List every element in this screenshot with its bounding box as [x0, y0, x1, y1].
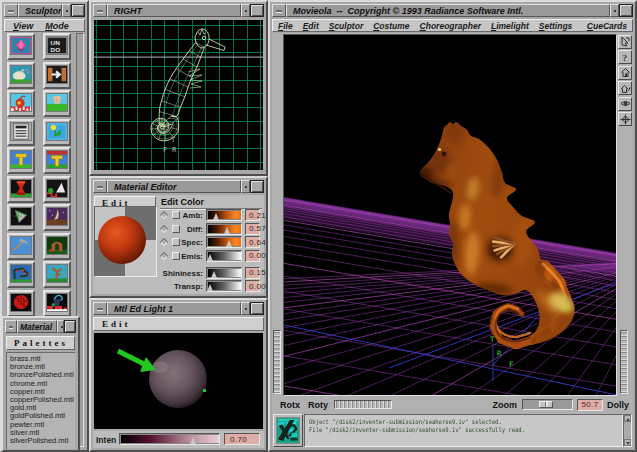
menu-settings[interactable]: Settings — [534, 21, 578, 31]
tool-sun-compass-icon[interactable] — [43, 119, 71, 146]
inten-value[interactable]: 0.70 — [224, 433, 260, 445]
tool-dig-hand-icon[interactable] — [43, 204, 71, 231]
rightview-titlebar[interactable]: RIGHT — [93, 4, 264, 17]
tool-gem-tool-icon[interactable] — [7, 33, 35, 60]
menu-limelight[interactable]: Limelight — [486, 21, 534, 31]
movieola-render-area[interactable]: T R F — [283, 34, 617, 396]
menu-sculptor[interactable]: Sculptor — [324, 21, 368, 31]
sculptor-maximize-icon[interactable] — [71, 4, 85, 17]
lighted-maximize-icon[interactable] — [250, 302, 264, 315]
shininess-slider[interactable] — [206, 267, 242, 279]
lighted-edit-menu[interactable]: Edit — [93, 317, 264, 331]
zoom-slider[interactable] — [522, 399, 573, 410]
menu-choreographer[interactable]: Choreographer — [415, 21, 486, 31]
lighted-titlebar[interactable]: Mtl Ed Light 1 — [93, 302, 264, 315]
tool-spool-icon[interactable] — [7, 176, 35, 203]
sculptor-menu-dot-icon[interactable] — [62, 4, 71, 17]
spec-value[interactable]: 0.64 — [245, 236, 260, 248]
tool-dialog-list-icon[interactable] — [7, 119, 35, 146]
tool-branch-icon[interactable] — [43, 261, 71, 288]
menu-file[interactable]: File — [273, 21, 298, 31]
inten-slider[interactable] — [119, 433, 220, 445]
slider-thumb[interactable] — [213, 213, 219, 220]
scroll-down-icon[interactable] — [624, 439, 631, 446]
slider-thumb[interactable] — [211, 271, 217, 278]
tool-text-green-icon[interactable] — [43, 147, 71, 174]
sculptor-menubar: ViewMode — [4, 19, 85, 32]
light-direction-arrow[interactable] — [118, 351, 144, 364]
mateditor-minimize-icon[interactable] — [93, 180, 107, 193]
menu-cuecards[interactable]: CueCards — [582, 21, 632, 31]
light-handle-dot[interactable] — [203, 389, 206, 392]
tool-red-sphere-icon[interactable] — [7, 290, 35, 317]
slider-thumb[interactable] — [207, 254, 213, 261]
movieola-menu-dot-icon[interactable] — [610, 4, 619, 17]
console-scrollbar[interactable] — [623, 414, 632, 447]
tool-arch-icon[interactable] — [43, 233, 71, 260]
tool-hand-ground-icon[interactable] — [43, 90, 71, 117]
rightview-viewport[interactable]: T F R — [94, 20, 263, 170]
scroll-up-icon[interactable] — [624, 415, 631, 422]
dolly-thumbwheel[interactable] — [620, 330, 628, 394]
material-minimize-icon[interactable] — [5, 320, 17, 333]
seek-crosshair-icon[interactable] — [618, 112, 632, 126]
tool-undo-icon[interactable]: UNDO — [43, 33, 71, 60]
menu-mode[interactable]: Mode — [33, 21, 69, 31]
material-titlebar[interactable]: Material — [5, 320, 76, 333]
slider-thumb[interactable] — [207, 284, 213, 291]
diff-value[interactable]: 0.57 — [245, 223, 260, 235]
menu-view[interactable]: View — [5, 21, 33, 31]
palettes-header[interactable]: Palettes — [6, 336, 75, 350]
material-list-item[interactable]: silverPolished.mtl — [10, 437, 75, 445]
set-home-icon[interactable] — [618, 81, 632, 95]
pick-arrow-icon[interactable] — [618, 35, 632, 49]
sculptor-titlebar[interactable]: Sculptor — [4, 4, 85, 17]
material-menu-dot-icon[interactable] — [57, 320, 64, 333]
tool-mountain-icon[interactable] — [43, 176, 71, 203]
tool-bucket-icon[interactable] — [43, 290, 71, 317]
lighted-menu-dot-icon[interactable] — [241, 302, 250, 315]
mateditor-menu-dot-icon[interactable] — [241, 180, 250, 193]
tool-apple-pot-icon[interactable] — [7, 90, 35, 117]
tool-kite-icon[interactable] — [7, 204, 35, 231]
emis-slider[interactable] — [206, 250, 242, 262]
tool-text-blue-icon[interactable] — [7, 147, 35, 174]
tool-fruit-tree-icon[interactable] — [7, 261, 35, 288]
rightview-minimize-icon[interactable] — [93, 4, 107, 17]
rightview-maximize-icon[interactable] — [250, 4, 264, 17]
rightview-menu-dot-icon[interactable] — [241, 4, 250, 17]
home-icon[interactable] — [618, 66, 632, 80]
zoom-value[interactable]: 50.7 — [577, 399, 603, 411]
transp-slider[interactable] — [206, 280, 242, 292]
transp-value[interactable]: 0.00 — [245, 280, 260, 292]
mateditor-titlebar[interactable]: Material Editor — [93, 180, 264, 193]
lighted-minimize-icon[interactable] — [93, 302, 107, 315]
movieola-minimize-icon[interactable] — [272, 4, 286, 17]
mateditor-maximize-icon[interactable] — [250, 180, 264, 193]
movieola-maximize-icon[interactable] — [619, 4, 633, 17]
roty-thumbwheel[interactable] — [334, 400, 392, 409]
menu-costume[interactable]: Costume — [368, 21, 414, 31]
diff-slider[interactable] — [206, 223, 242, 235]
tool-pickaxe-icon[interactable] — [7, 233, 35, 260]
amb-slider[interactable] — [206, 209, 242, 221]
zoom-slider-thumb[interactable] — [539, 401, 553, 408]
spec-slider[interactable] — [206, 236, 242, 248]
shininess-value[interactable]: 0.15 — [245, 267, 260, 279]
sculptor-minimize-icon[interactable] — [4, 4, 18, 17]
inten-slider-thumb[interactable] — [190, 437, 196, 444]
help-icon[interactable]: ? — [618, 50, 632, 64]
amb-value[interactable]: 0.21 — [245, 209, 260, 221]
movieola-titlebar[interactable]: Movieola -- Copyright © 1993 Radiance So… — [272, 4, 633, 17]
rotx-thumbwheel[interactable] — [273, 330, 281, 394]
lighted-viewport[interactable] — [94, 333, 263, 429]
slider-thumb[interactable] — [226, 240, 232, 247]
emis-value[interactable]: 0.00 — [245, 250, 260, 262]
material-maximize-icon[interactable] — [64, 320, 76, 333]
status-console[interactable]: Object "/disk2/inventer-submission/seaho… — [304, 414, 623, 447]
view-all-eye-icon[interactable] — [618, 97, 632, 111]
menu-edit[interactable]: Edit — [298, 21, 324, 31]
slider-thumb[interactable] — [224, 227, 230, 234]
tool-door-arrow-icon[interactable] — [43, 62, 71, 89]
tool-sculpt-clay-icon[interactable] — [7, 62, 35, 89]
